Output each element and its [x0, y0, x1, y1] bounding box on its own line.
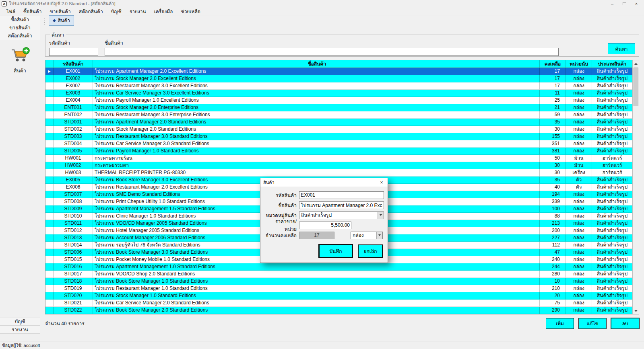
- cell-type: สินค้าสำเร็จรูป: [592, 184, 632, 191]
- table-row[interactable]: STD003โปรแกรม Restaurant Manager 3.0 Sta…: [45, 133, 632, 140]
- cell-unit: กล่อง: [566, 198, 592, 205]
- dialog-name-label: ชื่อสินค้า: [265, 201, 297, 209]
- chevron-down-icon[interactable]: [376, 232, 382, 239]
- table-row[interactable]: STD019โปรแกรม Restaurant Manager 1.0 Sta…: [45, 285, 632, 292]
- sidebar-product-button[interactable]: สินค้า: [0, 40, 40, 77]
- table-row[interactable]: STD002โปรแกรม Stock Manager 2.0 Standard…: [45, 126, 632, 133]
- cell-qty: 290: [540, 307, 566, 314]
- table-row[interactable]: STD020โปรแกรม Stock Manager 1.0 Standard…: [45, 292, 632, 300]
- sidebar-item-account[interactable]: บัญชี: [0, 318, 40, 326]
- table-row[interactable]: STD017โปรแกรม VDO/CD Shop 2.0 Standard E…: [45, 271, 632, 278]
- dialog-price-input[interactable]: [299, 222, 351, 229]
- cell-unit: กล่อง: [566, 242, 592, 249]
- scrollbar-thumb[interactable]: [634, 68, 638, 106]
- cell-type: สินค้าสำเร็จรูป: [592, 191, 632, 198]
- delete-button[interactable]: ลบ: [611, 318, 639, 329]
- table-row[interactable]: ENT002โปรแกรม Restaurant Manager 3.0 Ent…: [45, 111, 632, 119]
- header-type[interactable]: ประเภทสินค้า: [592, 60, 632, 68]
- minimize-icon[interactable]: –: [606, 0, 618, 7]
- menu-item-file[interactable]: ไฟล์: [2, 7, 19, 16]
- table-row[interactable]: HW001กระดาษความร้อน50ม้วนฮาร์ดแวร์: [45, 155, 632, 162]
- menu-item-tools[interactable]: เครื่องมือ: [150, 7, 177, 16]
- menu-item-sales[interactable]: ขายสินค้า: [46, 7, 75, 16]
- header-code[interactable]: รหัสสินค้า: [54, 60, 93, 68]
- search-name-label: ชื่อสินค้า: [105, 39, 559, 47]
- menu-item-stock[interactable]: สต๊อกสินค้า: [75, 7, 107, 16]
- cell-name: โปรแกรม Restaurant Manager 3.0 Standard …: [93, 133, 540, 140]
- cell-name: โปรแกรม Car Service Manager 3.0 Standard…: [93, 140, 540, 148]
- row-selector: [45, 198, 54, 205]
- header-selector: [45, 60, 54, 68]
- menu-item-account[interactable]: บัญชี: [107, 7, 126, 16]
- scrollbar-down-icon[interactable]: [633, 308, 639, 314]
- sidebar-item-report[interactable]: รายงาน: [0, 326, 40, 334]
- row-selector: [45, 227, 54, 234]
- product-dialog: สินค้า × รหัสสินค้า ชื่อสินค้า หมวดหมู่ส…: [260, 178, 388, 263]
- cell-type: สินค้าสำเร็จรูป: [592, 220, 632, 227]
- menu-item-help[interactable]: ช่วยเหลือ: [177, 7, 204, 16]
- table-row[interactable]: ▶EX001โปรแกรม Apartment Manager 2.0 Exce…: [45, 68, 632, 75]
- window-controls: – ×: [606, 0, 642, 7]
- cell-unit: กล่อง: [566, 75, 592, 82]
- table-row[interactable]: EX003โปรแกรม Car Service Manager 3.0 Exc…: [45, 90, 632, 97]
- cell-code: EX001: [54, 68, 93, 75]
- add-button[interactable]: เพิ่ม: [546, 318, 574, 329]
- table-row[interactable]: HW003THERMAL RECEIPT PRINTER PG-8033030เ…: [45, 169, 632, 177]
- cell-qty: 381: [540, 148, 566, 155]
- dialog-close-icon[interactable]: ×: [376, 179, 388, 187]
- menu-item-report[interactable]: รายงาน: [126, 7, 150, 16]
- header-qty[interactable]: คงเหลือ: [540, 60, 566, 68]
- sidebar-item-stock[interactable]: สต๊อกสินค้า: [0, 32, 40, 40]
- cell-type: สินค้าสำเร็จรูป: [592, 300, 632, 307]
- table-row[interactable]: ENT001โปรแกรม Stock Manager 2.0 Enterpri…: [45, 104, 632, 111]
- table-row[interactable]: EX007โปรแกรม Restaurant Manager 3.0 Exce…: [45, 82, 632, 90]
- sidebar: ซื้อสินค้า ขายสินค้า สต๊อกสินค้า สินค้า: [0, 16, 40, 341]
- dialog-category-select[interactable]: สินค้าสำเร็จรูป: [299, 211, 384, 219]
- maximize-icon[interactable]: [618, 0, 630, 7]
- row-selector: [45, 307, 54, 314]
- edit-button[interactable]: แก้ไข: [578, 318, 607, 329]
- dialog-name-input[interactable]: [299, 201, 384, 209]
- sidebar-item-purchase[interactable]: ซื้อสินค้า: [0, 16, 40, 24]
- table-row[interactable]: STD001โปรแกรม Apartment Manager 2.0 Stan…: [45, 119, 632, 126]
- tab-products[interactable]: ◆ สินค้า: [49, 15, 74, 26]
- search-code-input[interactable]: [49, 48, 98, 56]
- table-row[interactable]: STD018โปรแกรม Book Store Manager 1.0 Sta…: [45, 278, 632, 285]
- table-row[interactable]: STD016โปรแกรม Apartment Management 1.0 S…: [45, 263, 632, 271]
- cell-unit: กล่อง: [566, 213, 592, 220]
- cell-unit: กล่อง: [566, 111, 592, 119]
- cancel-button[interactable]: ยกเลิก: [358, 244, 383, 258]
- search-name-input[interactable]: [105, 48, 559, 56]
- sidebar-item-sales[interactable]: ขายสินค้า: [0, 24, 40, 32]
- cell-qty: 112: [540, 242, 566, 249]
- cell-qty: 100: [540, 205, 566, 213]
- menu-item-purchase[interactable]: ซื้อสินค้า: [19, 7, 46, 16]
- row-selector: [45, 242, 54, 249]
- save-button[interactable]: บันทึก: [319, 244, 353, 258]
- cell-unit: ตัว: [566, 177, 592, 184]
- cell-code: STD015: [54, 256, 93, 263]
- table-row[interactable]: EX002โปรแกรม Stock Manager 2.0 Excellent…: [45, 75, 632, 82]
- cell-name: โปรแกรม Stock Manager 1.0 Standard Editi…: [93, 292, 540, 300]
- search-button[interactable]: ค้นหา: [608, 43, 635, 54]
- cell-code: STD012: [54, 227, 93, 234]
- dialog-unit-select[interactable]: กล่อง: [351, 232, 383, 239]
- cell-code: STD017: [54, 271, 93, 278]
- table-row[interactable]: STD005โปรแกรม Payroll Manager 1.0 Standa…: [45, 148, 632, 155]
- cell-qty: 35: [540, 177, 566, 184]
- table-row[interactable]: HW002กระดาษธรรมดา30ม้วนฮาร์ดแวร์: [45, 162, 632, 169]
- table-row[interactable]: STD022โปรแกรม Book Store Manager 2.0 Sta…: [45, 307, 632, 314]
- header-unit[interactable]: หน่วยนับ: [566, 60, 592, 68]
- close-icon[interactable]: ×: [630, 0, 642, 7]
- table-row[interactable]: EX004โปรแกรม Payroll Manager 1.0 Excelle…: [45, 97, 632, 104]
- scrollbar-up-icon[interactable]: [633, 60, 639, 67]
- cell-qty: 47: [540, 249, 566, 256]
- table-row[interactable]: STD004โปรแกรม Car Service Manager 3.0 St…: [45, 140, 632, 148]
- dialog-code-input[interactable]: [299, 191, 384, 199]
- table-row[interactable]: STD021โปรแกรม Car Service Manager 2.0 St…: [45, 300, 632, 307]
- table-scrollbar[interactable]: [632, 60, 639, 314]
- cell-type: สินค้าสำเร็จรูป: [592, 126, 632, 133]
- header-name[interactable]: ชื่อสินค้า: [93, 60, 540, 68]
- chevron-down-icon[interactable]: [378, 212, 384, 219]
- status-user-text: ข้อมูลผู้ใช้: accusoft -: [2, 342, 43, 349]
